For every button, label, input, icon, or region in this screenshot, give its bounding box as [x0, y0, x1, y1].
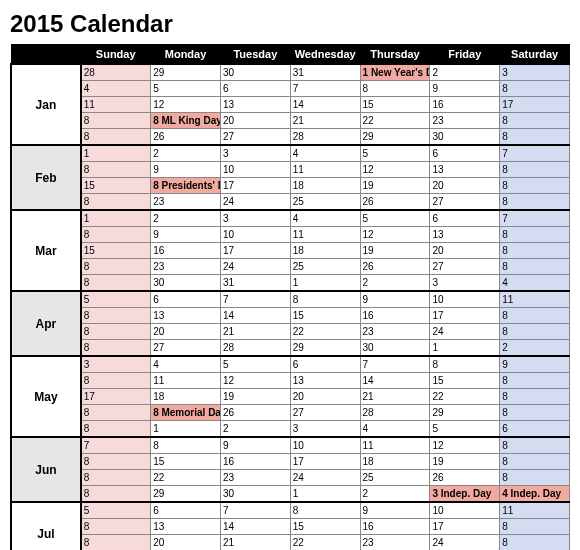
day-cell: 8: [81, 486, 151, 503]
dayhead-saturday: Saturday: [500, 45, 570, 65]
month-label: Jan: [11, 64, 81, 145]
month-label: May: [11, 356, 81, 437]
day-cell: 16: [151, 243, 221, 259]
day-cell: 8: [81, 259, 151, 275]
day-cell: 11: [151, 373, 221, 389]
week-row: 823242526278: [11, 194, 570, 211]
day-cell: 2: [430, 64, 500, 81]
day-cell: 10: [220, 162, 290, 178]
day-cell: 6: [290, 356, 360, 373]
week-row: 88 Memorial Day262728298: [11, 405, 570, 421]
day-cell: 8 ML King Day: [151, 113, 221, 129]
day-cell: 4: [290, 210, 360, 227]
day-cell: 2: [500, 340, 570, 357]
day-cell: 22: [151, 470, 221, 486]
day-cell: 12: [220, 373, 290, 389]
day-cell: 8: [81, 421, 151, 438]
week-row: 8123456: [11, 421, 570, 438]
day-cell: 8: [500, 405, 570, 421]
day-cell: 19: [220, 389, 290, 405]
day-cell: 2: [360, 486, 430, 503]
day-cell: 13: [151, 519, 221, 535]
day-cell: 31: [290, 64, 360, 81]
day-cell: 30: [220, 64, 290, 81]
day-cell: 5: [220, 356, 290, 373]
day-cell: 8: [81, 519, 151, 535]
week-row: 82728293012: [11, 340, 570, 357]
day-cell: 18: [360, 454, 430, 470]
week-row: 826272829308: [11, 129, 570, 146]
day-cell: 27: [430, 259, 500, 275]
week-row: 1718192021228: [11, 389, 570, 405]
week-row: 822232425268: [11, 470, 570, 486]
day-cell: 8 Memorial Day: [151, 405, 221, 421]
day-cell: 12: [151, 97, 221, 113]
day-cell: 16: [220, 454, 290, 470]
day-cell: 26: [360, 259, 430, 275]
day-cell: 11: [500, 502, 570, 519]
day-cell: 8: [81, 470, 151, 486]
day-cell: 8: [500, 389, 570, 405]
week-row: 158 Presidents' D171819208: [11, 178, 570, 194]
day-cell: 13: [430, 227, 500, 243]
day-cell: 8: [500, 373, 570, 389]
day-cell: 8: [81, 227, 151, 243]
day-cell: 11: [290, 162, 360, 178]
day-cell: 24: [220, 194, 290, 211]
day-cell: 10: [430, 291, 500, 308]
day-cell: 8: [430, 356, 500, 373]
day-cell: 8: [500, 178, 570, 194]
day-cell: 16: [430, 97, 500, 113]
header-row: Sunday Monday Tuesday Wednesday Thursday…: [11, 45, 570, 65]
week-row: 830311234: [11, 275, 570, 292]
day-cell: 31: [220, 275, 290, 292]
week-row: 811121314158: [11, 373, 570, 389]
day-cell: 2: [151, 145, 221, 162]
day-cell: 8: [500, 81, 570, 97]
day-cell: 8: [81, 308, 151, 324]
week-row: 4567898: [11, 81, 570, 97]
week-row: 823242526278: [11, 259, 570, 275]
week-row: Feb1234567: [11, 145, 570, 162]
day-cell: 8: [81, 324, 151, 340]
day-cell: 13: [220, 97, 290, 113]
day-cell: 9: [500, 356, 570, 373]
day-cell: 8: [500, 454, 570, 470]
day-cell: 28: [290, 129, 360, 146]
day-cell: 23: [430, 113, 500, 129]
day-cell: 25: [290, 194, 360, 211]
week-row: 89101112138: [11, 162, 570, 178]
day-cell: 11: [290, 227, 360, 243]
day-cell: 21: [220, 324, 290, 340]
day-cell: 11: [81, 97, 151, 113]
day-cell: 7: [360, 356, 430, 373]
day-cell: 17: [430, 308, 500, 324]
day-cell: 15: [290, 308, 360, 324]
day-cell: 9: [360, 502, 430, 519]
day-cell: 6: [151, 502, 221, 519]
day-cell: 14: [290, 97, 360, 113]
day-cell: 13: [290, 373, 360, 389]
dayhead-monday: Monday: [151, 45, 221, 65]
day-cell: 11: [360, 437, 430, 454]
day-cell: 8: [81, 405, 151, 421]
day-cell: 6: [151, 291, 221, 308]
week-row: 815161718198: [11, 454, 570, 470]
day-cell: 14: [360, 373, 430, 389]
week-row: 820212223248: [11, 324, 570, 340]
dayhead-tuesday: Tuesday: [220, 45, 290, 65]
day-cell: 3: [290, 421, 360, 438]
day-cell: 8: [81, 340, 151, 357]
day-cell: 8: [500, 259, 570, 275]
day-cell: 29: [360, 129, 430, 146]
day-cell: 1 New Year's D: [360, 64, 430, 81]
day-cell: 24: [290, 470, 360, 486]
day-cell: 29: [290, 340, 360, 357]
day-cell: 18: [151, 389, 221, 405]
day-cell: 12: [430, 437, 500, 454]
week-row: 82930123 Indep. Day4 Indep. Day: [11, 486, 570, 503]
week-row: 11121314151617: [11, 97, 570, 113]
day-cell: 20: [220, 113, 290, 129]
day-cell: 15: [290, 519, 360, 535]
day-cell: 1: [81, 145, 151, 162]
